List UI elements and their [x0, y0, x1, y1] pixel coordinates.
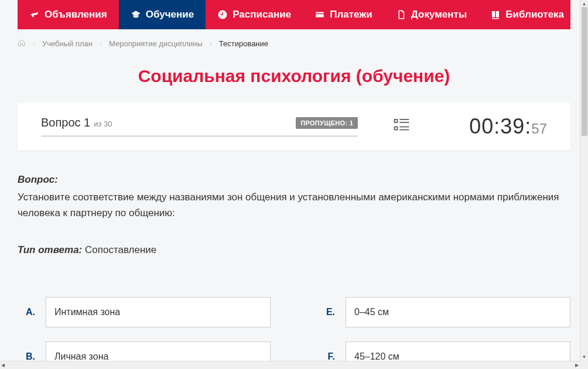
timer-main: 00:39:: [469, 114, 531, 139]
scroll-down-arrow[interactable]: ▼: [582, 354, 587, 360]
megaphone-icon: [29, 9, 40, 20]
top-nav: Объявления Обучение Расписание Платежи Д…: [18, 0, 570, 29]
svg-rect-0: [395, 119, 398, 122]
timer: 00:39:57: [446, 114, 547, 139]
match-right-item: E. 0–45 см: [317, 297, 570, 327]
doc-icon: [396, 9, 406, 20]
nav-education[interactable]: Обучение: [119, 0, 206, 29]
progress-bar: [41, 135, 358, 137]
question-number: Вопрос 1: [41, 116, 90, 129]
nav-announcements[interactable]: Объявления: [18, 0, 119, 29]
breadcrumb: Учебный план Мероприятие дисциплины Тест…: [18, 29, 570, 58]
chevron-right-icon: [98, 39, 103, 48]
nav-schedule[interactable]: Расписание: [206, 0, 303, 29]
scroll-left-arrow[interactable]: ◀: [1, 363, 5, 368]
status-card: Вопрос 1 из 30 ПРОПУЩЕНО: 1 00:39:57: [18, 102, 570, 151]
page-title: Социальная психология (обучение): [18, 66, 570, 86]
nav-label: Документы: [411, 9, 467, 20]
match-option-a[interactable]: Интимная зона: [46, 297, 271, 327]
question-total: из 30: [94, 119, 112, 128]
scroll-right-arrow[interactable]: ▶: [575, 363, 579, 368]
scroll-up-arrow[interactable]: ▲: [582, 1, 587, 6]
chevron-down-icon: [569, 11, 576, 18]
book-icon: [490, 9, 501, 20]
answer-type-label: Тип ответа:: [18, 244, 82, 255]
answer-type-value: Сопоставление: [82, 244, 156, 255]
match-letter: E.: [317, 307, 335, 317]
scroll-corner: [580, 361, 588, 369]
question-content: Вопрос: Установите соответствие между на…: [18, 151, 570, 369]
nav-label: Обучение: [146, 9, 194, 20]
card-icon: [314, 9, 325, 20]
breadcrumb-link-plan[interactable]: Учебный план: [42, 39, 93, 48]
question-list-button[interactable]: [375, 117, 428, 136]
match-left-item: A. Интимная зона: [18, 297, 271, 327]
timer-seconds: 57: [531, 121, 547, 137]
match-option-e[interactable]: 0–45 см: [346, 297, 570, 327]
clock-icon: [217, 9, 228, 20]
match-letter: A.: [18, 307, 35, 317]
breadcrumb-current: Тестирование: [219, 39, 268, 48]
list-icon: [393, 117, 411, 134]
nav-documents[interactable]: Документы: [384, 0, 479, 29]
nav-label: Библиотека: [505, 9, 564, 20]
nav-payments[interactable]: Платежи: [303, 0, 384, 29]
nav-library[interactable]: Библиотека: [478, 0, 587, 29]
question-counter: Вопрос 1 из 30: [41, 116, 112, 129]
chevron-right-icon: [208, 39, 213, 48]
home-icon: [18, 39, 26, 47]
breadcrumb-home[interactable]: [18, 39, 26, 49]
breadcrumb-link-event[interactable]: Мероприятие дисциплины: [109, 39, 203, 48]
graduation-icon: [131, 9, 141, 20]
skipped-badge: ПРОПУЩЕНО: 1: [296, 117, 358, 129]
nav-label: Объявления: [45, 9, 107, 20]
svg-rect-3: [395, 127, 398, 130]
vertical-scrollbar[interactable]: ▲ ▼: [580, 0, 588, 361]
matching-grid: A. Интимная зона E. 0–45 см B. Личная зо…: [18, 297, 570, 369]
question-label: Вопрос:: [18, 174, 58, 185]
question-text: Установите соответствие между названиями…: [18, 189, 570, 221]
nav-label: Платежи: [330, 9, 372, 20]
scroll-thumb[interactable]: [582, 7, 587, 136]
chevron-right-icon: [32, 39, 36, 48]
horizontal-scrollbar[interactable]: ◀ ▶: [0, 361, 580, 369]
nav-label: Расписание: [233, 9, 291, 20]
